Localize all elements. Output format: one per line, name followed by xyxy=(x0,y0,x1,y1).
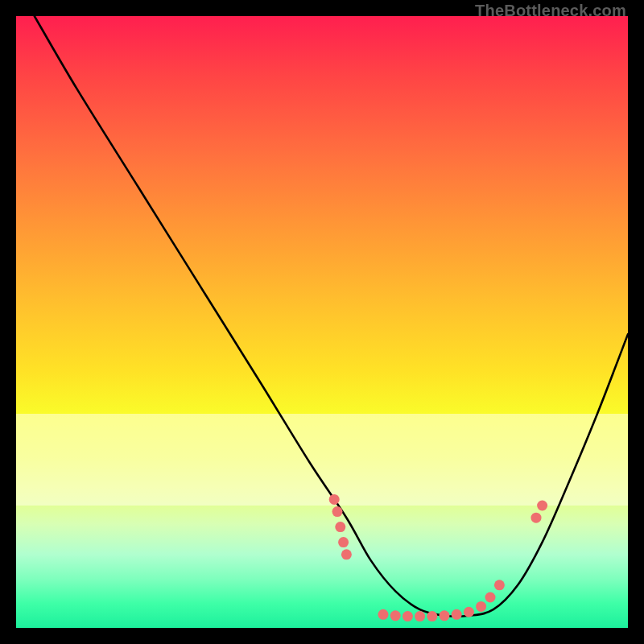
gradient-background xyxy=(16,16,628,628)
chart-frame: TheBottleneck.com xyxy=(0,0,644,644)
plot-area xyxy=(16,16,628,628)
